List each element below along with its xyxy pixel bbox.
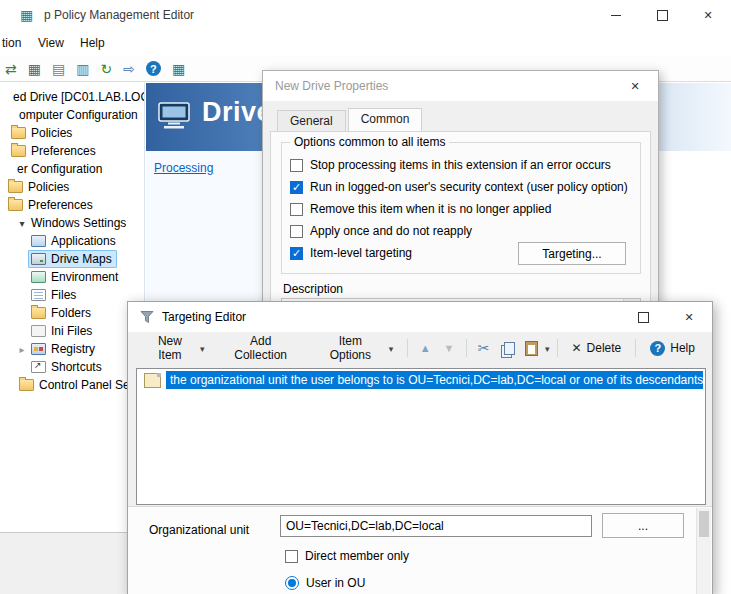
tree-item-preferences[interactable]: Preferences	[0, 142, 144, 160]
drive-maps-icon	[158, 101, 194, 134]
new-item-button[interactable]: New Item	[138, 329, 211, 367]
tree-item-preferences[interactable]: Preferences	[0, 196, 144, 214]
direct-member-only-option[interactable]: Direct member only	[285, 549, 409, 563]
console-tree-icon[interactable]: ▦	[28, 61, 41, 77]
table-view-icon[interactable]: ▦	[172, 61, 185, 77]
refresh-icon[interactable]: ↻	[100, 61, 112, 77]
tree-item-label: Folders	[51, 306, 91, 320]
menu-view[interactable]: View	[38, 36, 64, 50]
dialog-titlebar: New Drive Properties	[263, 71, 658, 101]
registry-icon	[31, 343, 46, 355]
menu-help[interactable]: Help	[80, 36, 105, 50]
tree-item-inner: Files	[28, 286, 81, 304]
tree-item-label: er Configuration	[17, 162, 102, 176]
delete-button[interactable]: Delete	[565, 336, 629, 360]
tree-item-drive-maps[interactable]: Drive Maps	[0, 250, 144, 268]
add-collection-button[interactable]: Add Collection	[215, 329, 305, 367]
scrollbar[interactable]	[696, 508, 711, 594]
option-row: Remove this item when it is no longer ap…	[290, 198, 634, 220]
description-label: Description	[283, 282, 343, 296]
menu-action[interactable]: tion	[2, 36, 21, 50]
maximize-button[interactable]	[620, 302, 666, 332]
move-down-icon[interactable]	[439, 337, 459, 359]
tree-item-policies[interactable]: Policies	[0, 178, 144, 196]
delete-icon	[572, 341, 582, 355]
toolbar-separator	[635, 339, 636, 357]
tree-item-omputer-configuration[interactable]: omputer Configuration	[0, 106, 144, 124]
checkbox-item-level-targeting[interactable]	[290, 247, 303, 260]
item-options-button[interactable]: Item Options	[310, 329, 401, 367]
cut-icon[interactable]	[474, 337, 494, 359]
tree-item-ed-drive-dc01-lab-loca[interactable]: ed Drive [DC01.LAB.LOCA	[0, 88, 144, 106]
checkbox-label: Apply once and do not reapply	[310, 224, 472, 238]
tree-item-label: Environment	[51, 270, 118, 284]
paste-dropdown-icon[interactable]	[545, 341, 550, 355]
tree-item-inner: Policies	[8, 124, 77, 142]
list-item[interactable]: the organizational unit the user belongs…	[137, 370, 705, 390]
move-up-icon[interactable]	[415, 337, 435, 359]
item-options-label: Item Options	[317, 334, 384, 362]
dialog-titlebar: Targeting Editor	[128, 302, 712, 332]
tree-item-windows-settings[interactable]: Windows Settings	[0, 214, 144, 232]
toolbar-separator	[557, 339, 558, 357]
checkbox-label: Remove this item when it is no longer ap…	[310, 202, 551, 216]
tree-item-folders[interactable]: Folders	[0, 304, 144, 322]
dialog-close-button[interactable]	[612, 71, 658, 101]
nav-pages-icon[interactable]: ⇄	[5, 61, 17, 77]
delete-label: Delete	[587, 341, 622, 355]
folder-icon	[31, 307, 46, 319]
close-button[interactable]	[666, 302, 712, 332]
printer-icon[interactable]: ▥	[76, 61, 89, 77]
checkbox-label: Run in logged-on user's security context…	[310, 180, 628, 194]
tree-item-label: Registry	[51, 342, 95, 356]
drive-icon	[31, 253, 46, 265]
clipboard-icon[interactable]: ▤	[52, 61, 65, 77]
tree-item-shortcuts[interactable]: Shortcuts	[0, 358, 144, 376]
tree-item-inner: er Configuration	[14, 160, 107, 178]
minimize-button[interactable]	[593, 0, 639, 30]
tree-item-inner: Ini Files	[28, 322, 97, 340]
chevron-down-icon[interactable]	[16, 218, 28, 229]
organizational-unit-input[interactable]	[280, 515, 592, 537]
tree-item-environment[interactable]: Environment	[0, 268, 144, 286]
checkbox-stop-processing-items-in-this-extension-if-an-error-occurs[interactable]	[290, 159, 303, 172]
user-in-ou-option[interactable]: User in OU	[285, 576, 365, 590]
app-icon: ▦	[20, 8, 35, 23]
chevron-down-icon	[389, 341, 394, 355]
tree-item-label: Control Panel Sett	[39, 378, 136, 392]
tree-item-registry[interactable]: Registry	[0, 340, 144, 358]
tree-item-ini-files[interactable]: Ini Files	[0, 322, 144, 340]
maximize-button[interactable]	[639, 0, 685, 30]
tree-item-label: Drive Maps	[51, 252, 112, 266]
user-in-ou-radio[interactable]	[285, 576, 299, 590]
paste-icon[interactable]	[525, 341, 538, 356]
browse-button[interactable]: ...	[602, 513, 684, 538]
close-button[interactable]	[685, 0, 731, 30]
tree-item-er-configuration[interactable]: er Configuration	[0, 160, 144, 178]
tree-item-label: Shortcuts	[51, 360, 102, 374]
tab-common[interactable]: Common	[348, 108, 423, 132]
copy-icon[interactable]	[504, 342, 515, 355]
help-button[interactable]: ? Help	[643, 336, 702, 361]
targeting-items-list[interactable]: the organizational unit the user belongs…	[136, 368, 706, 505]
ou-criterion-icon	[144, 373, 161, 388]
checkbox-run-in-logged-on-user-s-security-context-user-policy-option[interactable]	[290, 181, 303, 194]
help-icon[interactable]: ?	[146, 61, 161, 76]
tree-item-label: Preferences	[31, 144, 96, 158]
tree-item-control-panel-sett[interactable]: Control Panel Sett	[0, 376, 144, 394]
chevron-right-icon[interactable]	[16, 344, 28, 355]
direct-member-only-checkbox[interactable]	[285, 550, 298, 563]
processing-link[interactable]: Processing	[154, 161, 213, 175]
checkbox-remove-this-item-when-it-is-no-longer-applied[interactable]	[290, 203, 303, 216]
folder-icon	[11, 145, 26, 157]
targeting-button[interactable]: Targeting...	[518, 242, 626, 265]
tree-item-applications[interactable]: Applications	[0, 232, 144, 250]
tree-item-policies[interactable]: Policies	[0, 124, 144, 142]
chevron-down-icon	[200, 341, 205, 355]
tab-general[interactable]: General	[277, 110, 346, 132]
groupbox-label: Options common to all items	[290, 135, 449, 149]
tree-item-files[interactable]: Files	[0, 286, 144, 304]
organizational-unit-label: Organizational unit	[149, 523, 249, 537]
checkbox-apply-once-and-do-not-reapply[interactable]	[290, 225, 303, 238]
export-list-icon[interactable]: ⇨	[123, 61, 135, 77]
